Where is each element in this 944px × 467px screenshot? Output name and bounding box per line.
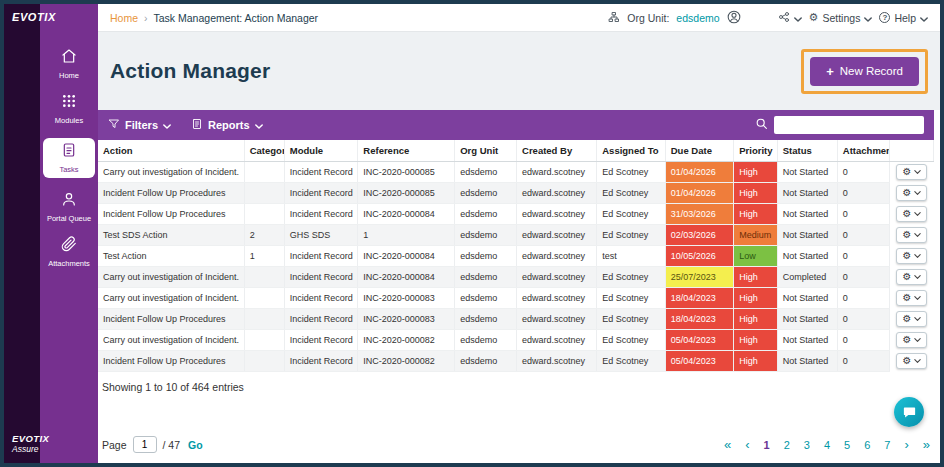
- cell-category: [244, 162, 284, 183]
- cell-row-actions: ⚙: [890, 204, 934, 225]
- row-actions-button[interactable]: ⚙: [896, 311, 927, 327]
- cell-status: Not Started: [777, 183, 837, 204]
- col-header-status[interactable]: Status: [777, 140, 837, 162]
- table-row[interactable]: Test SDS Action 2 GHS SDS 1 edsdemo edwa…: [98, 225, 934, 246]
- go-button[interactable]: Go: [188, 439, 203, 451]
- col-header-reference[interactable]: Reference: [358, 140, 455, 162]
- chevron-down-icon: [914, 233, 921, 237]
- table-row[interactable]: Incident Follow Up Procedures Incident R…: [98, 204, 934, 225]
- cell-action: Carry out investigation of Incident.: [98, 162, 244, 183]
- settings-menu[interactable]: ⚙ Settings: [809, 12, 873, 24]
- table-row[interactable]: Carry out investigation of Incident. Inc…: [98, 267, 934, 288]
- user-avatar-icon[interactable]: [727, 10, 741, 26]
- reports-button[interactable]: Reports: [191, 118, 263, 132]
- chevron-down-icon: [914, 212, 921, 216]
- table-row[interactable]: Carry out investigation of Incident. Inc…: [98, 330, 934, 351]
- row-actions-button[interactable]: ⚙: [896, 227, 927, 243]
- row-actions-button[interactable]: ⚙: [896, 290, 927, 306]
- next-page-icon[interactable]: ›: [904, 438, 908, 451]
- gear-icon: ⚙: [902, 356, 911, 366]
- cell-row-actions: ⚙: [890, 288, 934, 309]
- col-header-priority[interactable]: Priority: [734, 140, 777, 162]
- row-actions-button[interactable]: ⚙: [896, 185, 927, 201]
- table-row[interactable]: Test Action 1 Incident Record INC-2020-0…: [98, 246, 934, 267]
- cell-attachments: 0: [837, 183, 890, 204]
- col-header-module[interactable]: Module: [284, 140, 358, 162]
- settings-label: Settings: [822, 12, 860, 24]
- page-number[interactable]: 5: [844, 439, 850, 451]
- page-number-input[interactable]: [133, 436, 157, 453]
- page-number[interactable]: 2: [784, 439, 790, 451]
- col-header-assigned-to[interactable]: Assigned To: [597, 140, 666, 162]
- cell-assigned-to: Ed Scotney: [597, 330, 666, 351]
- new-record-button[interactable]: + New Record: [810, 57, 919, 86]
- col-header-attachments[interactable]: Attachments: [837, 140, 890, 162]
- col-header-org-unit[interactable]: Org Unit: [455, 140, 517, 162]
- row-actions-button[interactable]: ⚙: [896, 206, 927, 222]
- row-actions-button[interactable]: ⚙: [896, 269, 927, 285]
- col-header-action[interactable]: Action: [98, 140, 244, 162]
- cell-row-actions: ⚙: [890, 246, 934, 267]
- page-number[interactable]: 7: [884, 439, 890, 451]
- filters-button[interactable]: Filters: [108, 118, 171, 132]
- row-actions-button[interactable]: ⚙: [896, 353, 927, 369]
- top-bar: Home › Task Management: Action Manager O…: [98, 4, 940, 32]
- first-page-icon[interactable]: «: [724, 438, 731, 451]
- col-header-category[interactable]: Category: [244, 140, 284, 162]
- gear-icon: ⚙: [902, 167, 911, 177]
- share-menu[interactable]: [778, 11, 802, 25]
- page-number[interactable]: 1: [764, 439, 770, 451]
- table-row[interactable]: Incident Follow Up Procedures Incident R…: [98, 183, 934, 204]
- sidebar-item-portal-queue[interactable]: Portal Queue: [43, 191, 95, 223]
- sidebar-item-tasks[interactable]: Tasks: [43, 138, 95, 178]
- col-header-due-date[interactable]: Due Date: [665, 140, 734, 162]
- sidebar-item-home[interactable]: Home: [43, 48, 95, 80]
- prev-page-icon[interactable]: ‹: [745, 438, 749, 451]
- table-row[interactable]: Incident Follow Up Procedures Incident R…: [98, 351, 934, 372]
- cell-org-unit: edsdemo: [455, 225, 517, 246]
- sidebar-item-attachments[interactable]: Attachments: [43, 236, 95, 268]
- cell-row-actions: ⚙: [890, 183, 934, 204]
- breadcrumb-separator: ›: [144, 12, 148, 24]
- cell-category: [244, 204, 284, 225]
- cell-assigned-to: Ed Scotney: [597, 162, 666, 183]
- org-unit-value-link[interactable]: edsdemo: [676, 12, 719, 24]
- cell-priority: Low: [734, 246, 777, 267]
- cell-module: Incident Record: [284, 351, 358, 372]
- row-actions-button[interactable]: ⚙: [896, 332, 927, 348]
- cell-assigned-to: Ed Scotney: [597, 351, 666, 372]
- cell-created-by: edward.scotney: [517, 267, 597, 288]
- help-menu[interactable]: ? Help: [879, 12, 928, 24]
- cell-reference: INC-2020-000085: [358, 162, 455, 183]
- chat-widget-button[interactable]: [894, 397, 924, 427]
- row-actions-button[interactable]: ⚙: [896, 164, 927, 180]
- sidebar-item-label: Tasks: [59, 165, 78, 174]
- table-row[interactable]: Incident Follow Up Procedures Incident R…: [98, 309, 934, 330]
- cell-row-actions: ⚙: [890, 330, 934, 351]
- table-row[interactable]: Carry out investigation of Incident. Inc…: [98, 162, 934, 183]
- last-page-icon[interactable]: »: [923, 438, 930, 451]
- cell-attachments: 0: [837, 162, 890, 183]
- cell-due-date: 01/04/2026: [665, 162, 734, 183]
- cell-org-unit: edsdemo: [455, 246, 517, 267]
- sidebar: EVOTIX Home Modules Tasks: [4, 4, 98, 463]
- cell-org-unit: edsdemo: [455, 183, 517, 204]
- sidebar-item-modules[interactable]: Modules: [43, 93, 95, 125]
- cell-priority: High: [734, 351, 777, 372]
- cell-module: GHS SDS: [284, 225, 358, 246]
- cell-org-unit: edsdemo: [455, 351, 517, 372]
- table-row[interactable]: Carry out investigation of Incident. Inc…: [98, 288, 934, 309]
- col-header-created-by[interactable]: Created By: [517, 140, 597, 162]
- evotix-assure-logo: EVOTIX Assure: [12, 434, 49, 455]
- page-number[interactable]: 6: [864, 439, 870, 451]
- row-actions-button[interactable]: ⚙: [896, 248, 927, 264]
- breadcrumb: Home › Task Management: Action Manager: [110, 12, 318, 24]
- records-table: Action Category Module Reference Org Uni…: [98, 140, 934, 372]
- cell-category: 2: [244, 225, 284, 246]
- cell-org-unit: edsdemo: [455, 204, 517, 225]
- cell-org-unit: edsdemo: [455, 330, 517, 351]
- page-number[interactable]: 4: [824, 439, 830, 451]
- breadcrumb-home-link[interactable]: Home: [110, 12, 138, 24]
- page-number[interactable]: 3: [804, 439, 810, 451]
- search-input[interactable]: [774, 116, 924, 134]
